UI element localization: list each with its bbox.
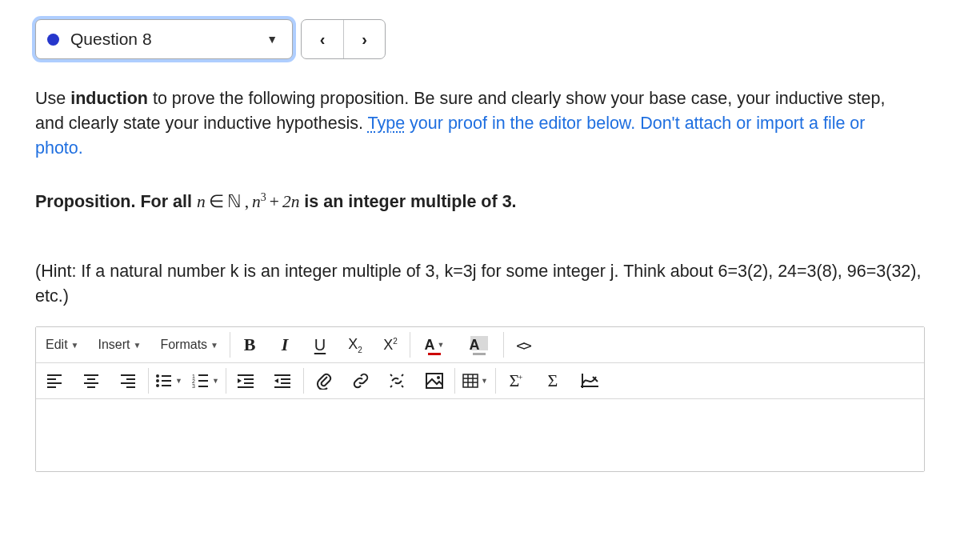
svg-rect-23 <box>198 386 208 387</box>
svg-rect-24 <box>238 374 254 376</box>
graph-button[interactable] <box>571 363 608 398</box>
toolbar-separator <box>226 368 226 394</box>
menu-edit[interactable]: Edit▼ <box>36 327 88 362</box>
svg-line-35 <box>402 374 403 376</box>
toolbar-separator <box>454 368 455 394</box>
menu-insert[interactable]: Insert▼ <box>88 327 150 362</box>
question-selector[interactable]: Question 8 ▼ <box>35 19 293 59</box>
svg-point-12 <box>156 374 159 378</box>
caret-down-icon: ▼ <box>71 341 79 350</box>
superscript-button[interactable]: X2 <box>373 327 408 362</box>
italic-icon: I <box>282 334 289 355</box>
type-link[interactable]: Type <box>368 114 406 133</box>
editor-canvas[interactable] <box>36 399 924 471</box>
caret-down-icon: ▼ <box>175 377 182 385</box>
hint-text: (Hint: If a natural number k is an integ… <box>35 259 925 309</box>
svg-marker-33 <box>274 378 278 383</box>
prompt-text: Use <box>35 89 70 108</box>
number-list-button[interactable]: 123 ▼ <box>187 363 224 398</box>
toolbar-row-1: Edit▼ Insert▼ Formats▼ B I U X2 X2 A▼ A▼… <box>36 327 924 363</box>
next-question-button[interactable]: › <box>343 20 385 58</box>
toolbar-separator <box>303 368 304 394</box>
prompt-keyword: induction <box>70 89 148 108</box>
code-button[interactable]: <> <box>506 327 541 362</box>
toolbar-row-2: ▼ 123 ▼ <box>36 363 924 399</box>
bold-button[interactable]: B <box>232 327 267 362</box>
svg-rect-15 <box>162 375 171 377</box>
equation-icon: Σ <box>548 370 558 391</box>
svg-rect-30 <box>281 378 290 380</box>
caret-down-icon: ▼ <box>266 33 281 46</box>
text-color-icon: A <box>425 337 435 354</box>
underline-icon: U <box>314 336 326 354</box>
proposition-label: Proposition. For all <box>35 192 197 211</box>
menu-insert-label: Insert <box>98 338 130 352</box>
superscript-icon: X2 <box>383 337 398 354</box>
svg-line-37 <box>402 386 403 387</box>
table-icon <box>462 374 478 388</box>
link-button[interactable] <box>342 363 379 398</box>
subscript-icon: X2 <box>348 336 362 354</box>
image-icon <box>426 373 443 389</box>
indent-icon <box>274 374 292 388</box>
svg-rect-31 <box>281 382 290 384</box>
subscript-button[interactable]: X2 <box>338 327 373 362</box>
chevron-right-icon: › <box>362 30 367 49</box>
svg-rect-25 <box>244 378 254 380</box>
outdent-icon <box>238 374 255 388</box>
menu-edit-label: Edit <box>46 338 68 352</box>
align-center-button[interactable] <box>73 363 110 398</box>
bold-icon: B <box>244 334 256 355</box>
proposition: Proposition. For all n∈ℕ,n3+2n is an int… <box>35 189 925 214</box>
svg-rect-32 <box>274 386 290 388</box>
equation-button[interactable]: Σ <box>534 363 571 398</box>
attachment-button[interactable] <box>306 363 342 398</box>
svg-marker-28 <box>238 378 242 383</box>
unlink-button[interactable] <box>379 363 416 398</box>
svg-rect-22 <box>198 380 208 382</box>
link-icon <box>352 372 370 390</box>
indent-button[interactable] <box>265 363 302 398</box>
unlink-icon <box>388 372 407 390</box>
underline-button[interactable]: U <box>302 327 338 362</box>
status-dot-icon <box>47 34 59 46</box>
proposition-tail: is an integer multiple of 3. <box>299 192 516 211</box>
caret-down-icon: ▼ <box>438 341 445 349</box>
italic-button[interactable]: I <box>267 327 302 362</box>
rich-text-editor: Edit▼ Insert▼ Formats▼ B I U X2 X2 A▼ A▼… <box>35 326 925 472</box>
svg-line-36 <box>390 386 392 387</box>
bullet-list-icon <box>155 374 173 388</box>
svg-rect-26 <box>244 382 254 384</box>
svg-rect-16 <box>162 380 171 382</box>
text-color-button[interactable]: A▼ <box>412 327 457 362</box>
svg-rect-29 <box>274 374 290 376</box>
bg-color-button[interactable]: A▼ <box>457 327 502 362</box>
menu-formats[interactable]: Formats▼ <box>150 327 228 362</box>
svg-rect-17 <box>162 385 171 386</box>
svg-point-14 <box>156 384 159 387</box>
table-button[interactable]: ▼ <box>457 363 494 398</box>
outdent-button[interactable] <box>228 363 265 398</box>
attachment-icon <box>316 372 332 390</box>
code-icon: <> <box>516 337 530 354</box>
svg-rect-21 <box>198 374 208 376</box>
align-center-icon <box>83 374 99 388</box>
bullet-list-button[interactable]: ▼ <box>150 363 187 398</box>
menu-formats-label: Formats <box>160 338 207 352</box>
equation-insert-icon: Σ+ <box>509 370 522 391</box>
caret-down-icon: ▼ <box>210 341 218 350</box>
svg-rect-27 <box>238 386 254 388</box>
question-nav: ‹ › <box>301 19 386 59</box>
svg-rect-40 <box>463 374 478 387</box>
equation-insert-button[interactable]: Σ+ <box>498 363 534 398</box>
image-button[interactable] <box>416 363 453 398</box>
align-left-button[interactable] <box>36 363 73 398</box>
align-right-button[interactable] <box>110 363 146 398</box>
prev-question-button[interactable]: ‹ <box>302 20 343 58</box>
svg-text:3: 3 <box>192 383 195 388</box>
toolbar-separator <box>148 368 149 394</box>
graph-icon <box>580 372 599 390</box>
align-left-icon <box>46 374 62 388</box>
caret-down-icon: ▼ <box>481 377 488 385</box>
toolbar-separator <box>410 332 410 358</box>
